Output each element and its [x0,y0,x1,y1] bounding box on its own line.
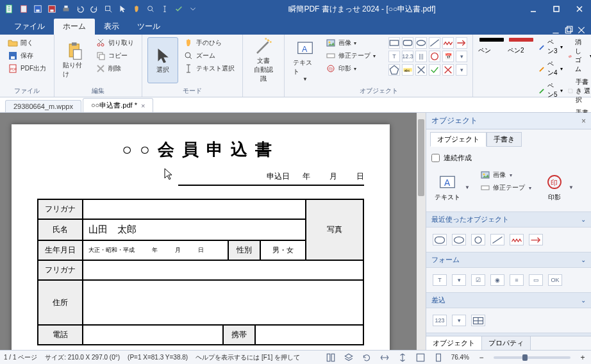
mdi-close-icon[interactable] [577,26,586,35]
open-button[interactable]: 開く [5,37,49,49]
section-insert[interactable]: 差込⌄ [426,292,591,308]
shape-zigzag[interactable] [442,37,454,49]
stamp-object-button[interactable]: 印印影▾ [323,63,378,74]
form-dropdown[interactable]: ▾ [456,51,467,62]
insert-table[interactable] [471,315,485,326]
insert-field[interactable]: 123 [433,315,447,326]
text-dropdown[interactable]: ▼ [463,185,471,190]
pen3-button[interactable]: ペン3▾ [537,37,564,56]
document-page[interactable]: ○○会員申込書 申込日 年月日 フリガナ 写真 氏名 山田 太郎 生年月日 [12,124,390,350]
bottom-tab-properties[interactable]: プロパティ [482,336,531,350]
shape-roundrect[interactable] [402,37,413,49]
shape-check[interactable] [429,64,440,76]
side-subtab-objects[interactable]: オブジェクト [430,132,487,147]
tab-file[interactable]: ファイル [5,19,54,35]
maximize-button[interactable] [545,0,568,18]
new-icon[interactable] [18,3,29,15]
shape-line[interactable] [429,37,440,49]
save-as-icon[interactable] [46,3,58,15]
stamp-dropdown[interactable]: ▼ [567,185,575,190]
minimize-button[interactable] [522,0,545,18]
shape-more[interactable]: ▾ [456,64,467,76]
pen5-button[interactable]: ペン5▾ [537,81,564,100]
side-text-button[interactable]: Aテキスト [431,169,463,205]
eraser-button[interactable]: 消しゴム▾ [567,37,591,74]
text-object-button[interactable]: Aテキスト▼ [290,37,320,83]
side-tape-button[interactable]: 修正テープ▾ [478,182,535,194]
form-text-dd[interactable]: ▾ [452,274,466,286]
vertical-scrollbar[interactable] [417,113,426,350]
td-mobile[interactable] [255,326,363,344]
side-image-button[interactable]: 画像▾ [478,169,535,181]
paste-button[interactable]: 貼り付け [60,37,90,83]
section-form[interactable]: フォーム⌄ [426,252,591,268]
print-icon[interactable] [60,3,72,15]
shape-x[interactable] [415,64,427,76]
shape-polygon[interactable] [388,64,400,76]
zoom-thumb[interactable] [522,354,528,361]
select-mode-button[interactable]: 選択 [147,37,178,83]
td-gender[interactable]: 男・女 [260,241,305,260]
form-date[interactable]: 📅 [442,51,454,62]
sb-refresh-icon[interactable] [362,352,372,363]
zoom-value[interactable]: 76.4% [451,354,469,361]
bottom-tab-objects[interactable]: オブジェクト [426,336,482,350]
shape-rect[interactable] [388,37,400,49]
form-check[interactable]: ☑ [471,274,485,286]
recent-circle[interactable] [471,234,485,245]
zoom-slider[interactable] [494,356,570,359]
td-address[interactable] [83,280,363,325]
form-text[interactable]: T [433,274,447,286]
td-birth[interactable]: 大正・昭和・平成 年 月 日 [83,241,228,260]
pen4-button[interactable]: ペン4▾ [537,59,564,78]
zoom-out-button[interactable]: − [477,353,486,362]
sb-layer-icon[interactable] [344,352,354,363]
text-select-button[interactable]: テキスト選択 [181,63,237,74]
side-stamp-button[interactable]: 印印影 [542,169,567,205]
shape-ellipse[interactable] [415,37,427,49]
panel-close-icon[interactable]: × [581,117,586,126]
pdf-out-button[interactable]: PDFPDF出力 [5,63,49,74]
form-radio[interactable]: ◉ [490,274,504,286]
save-button[interactable]: 保存 [5,50,49,62]
auto-recognize-button[interactable]: 文書 自動認識 [248,37,279,83]
mdi-minimize-icon[interactable] [551,26,560,35]
save-icon[interactable] [32,3,44,15]
mdi-restore-icon[interactable] [564,26,573,35]
sb-single-icon[interactable] [433,352,444,363]
td-name[interactable]: 山田 太郎 [83,219,306,240]
side-subtab-handwriting[interactable]: 手書き [487,132,522,147]
zoom-mode-button[interactable]: ズーム [181,50,237,62]
redo-icon[interactable] [88,3,100,15]
continuous-create-checkbox[interactable]: 連続作成 [430,151,587,165]
insert-field-dd[interactable]: ▾ [452,315,466,326]
zoom-in-button[interactable]: + [578,353,587,362]
image-object-button[interactable]: 画像▾ [323,37,378,49]
form-combo[interactable]: ▭ [529,274,543,286]
ibeam-icon[interactable] [159,3,171,15]
shape-cross[interactable] [442,64,454,76]
qat-dropdown-icon[interactable] [187,3,199,15]
magnify-icon[interactable] [145,3,156,15]
section-recent[interactable]: 最近使ったオブジェクト⌄ [426,211,591,228]
tape-object-button[interactable]: 修正テープ▾ [323,50,378,62]
recent-line[interactable] [490,234,504,245]
sb-fit-icon[interactable] [415,352,426,363]
hand-icon[interactable] [131,3,142,15]
sb-height-icon[interactable] [397,352,408,363]
delete-button[interactable]: 削除 [93,63,137,74]
doc-tab-1[interactable]: 29380664_m.wppx [5,100,81,112]
pen1-button[interactable] [478,37,505,42]
hand-select-button[interactable]: 手書き 選択 [567,77,591,105]
td-phone[interactable] [83,326,223,344]
recent-roundrect[interactable] [433,234,447,245]
pen2-button[interactable] [508,37,535,42]
shape-arrow[interactable] [456,37,467,49]
recent-ellipse[interactable] [452,234,466,245]
sb-width-icon[interactable] [379,352,390,363]
form-stamp[interactable] [429,51,440,62]
shape-highlight[interactable]: abc [402,64,413,76]
hand-mode-button[interactable]: 手のひら [181,37,237,49]
form-numfield[interactable]: 12.3 [402,51,413,62]
photo-cell[interactable]: 写真 [306,199,363,260]
